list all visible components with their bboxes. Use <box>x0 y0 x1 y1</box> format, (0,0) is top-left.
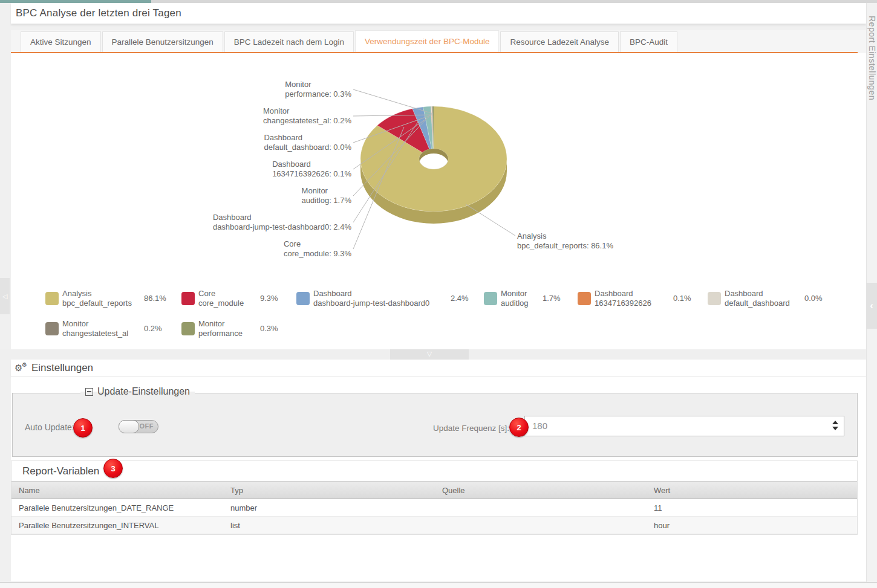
tab-5[interactable]: Resource Ladezeit Analyse <box>500 31 619 52</box>
pie-label: Dashboarddefault_dashboard: 0.0% <box>264 133 351 152</box>
legend-item[interactable]: Monitorauditlog1.7% <box>484 289 579 309</box>
toggle-state-label: OFF <box>140 422 154 430</box>
chart-panel: Analysisbpc_default_reports: 86.1%Coreco… <box>11 53 866 349</box>
legend-percentage: 86.1% <box>144 294 166 303</box>
legend-label: Dashboard1634716392626 <box>595 289 651 308</box>
column-header[interactable]: Quelle <box>435 482 647 499</box>
legend-percentage: 0.2% <box>144 324 162 333</box>
legend-item[interactable]: Analysisbpc_default_reports86.1% <box>45 289 180 309</box>
pie-label: Analysisbpc_default_reports: 86.1% <box>517 231 613 251</box>
hint-badge-3: 3 <box>103 459 123 478</box>
legend-swatch <box>45 292 59 305</box>
splitter-handle[interactable]: ▽ <box>390 349 469 360</box>
update-settings-title: Update-Einstellungen <box>97 386 190 397</box>
settings-title: Einstellungen <box>31 362 93 374</box>
panel-collapse-left-icon: ◁ <box>2 292 7 300</box>
tab-strip: Aktive SitzungenParallele Benutzersitzun… <box>21 31 679 52</box>
legend-percentage: 9.3% <box>260 294 278 303</box>
tabs-bar: Aktive SitzungenParallele Benutzersitzun… <box>11 30 866 53</box>
column-header[interactable]: Name <box>11 482 223 499</box>
legend-percentage: 2.4% <box>451 294 469 303</box>
update-settings-fieldset: Update-Einstellungen Auto Update: 1 OFF … <box>12 393 858 457</box>
pie-label: Monitorperformance: 0.3% <box>285 80 351 99</box>
table-cell: 11 <box>647 499 857 517</box>
table-cell: hour <box>647 517 857 534</box>
legend-item[interactable]: Monitorperformance0.3% <box>181 319 296 340</box>
column-header[interactable]: Wert <box>647 482 857 499</box>
legend-percentage: 1.7% <box>543 294 561 303</box>
legend-label: Monitorperformance <box>198 319 243 338</box>
right-panel-toggle[interactable]: ‹ <box>866 283 877 329</box>
legend-swatch <box>296 292 310 305</box>
legend-swatch <box>181 292 195 305</box>
legend-label: Corecore_module <box>198 289 244 308</box>
legend-swatch <box>45 322 59 335</box>
update-settings-legend[interactable]: Update-Einstellungen <box>80 386 195 397</box>
table-cell: Parallele Benutzersitzungen_INTERVAL <box>11 517 223 534</box>
pie-label: Monitorauditlog: 1.7% <box>302 186 351 205</box>
tab-4[interactable]: Verwendungszeit der BPC-Module <box>355 30 499 52</box>
pie-label: Monitorchangestatetest_al: 0.2% <box>263 106 351 126</box>
legend-label: Analysisbpc_default_reports <box>62 289 132 308</box>
legend-label: Monitorchangestatetest_al <box>62 319 128 338</box>
page-title-bar: BPC Analyse der letzten drei Tagen <box>11 3 866 24</box>
table-cell <box>435 517 647 534</box>
update-frequency-label: Update Frequenz [s]: <box>433 424 509 433</box>
pie-connector-line <box>466 204 515 236</box>
spinner-buttons <box>832 421 838 430</box>
tab-2[interactable]: Parallele Benutzersitzungen <box>102 31 223 52</box>
legend-item[interactable]: Dashboarddashboard-jump-test-dashboard02… <box>296 289 487 309</box>
update-frequency-spinbox <box>524 416 844 436</box>
column-header[interactable]: Typ <box>223 482 435 499</box>
legend-swatch <box>181 322 195 335</box>
table-cell: number <box>223 499 435 517</box>
spinner-up-icon[interactable] <box>832 421 838 424</box>
horizontal-splitter[interactable]: ▽ <box>0 349 866 360</box>
legend-label: Dashboarddashboard-jump-test-dashboard0 <box>313 289 429 308</box>
legend-swatch <box>578 292 591 305</box>
legend-item[interactable]: Corecore_module9.3% <box>181 289 296 309</box>
pie-label: Corecore_module: 9.3% <box>284 239 351 259</box>
legend-swatch <box>484 292 497 305</box>
auto-update-toggle[interactable]: OFF <box>119 420 158 433</box>
gears-icon: ⚙ ⚙ <box>15 362 30 374</box>
table-cell <box>435 499 647 517</box>
table-row[interactable]: Parallele Benutzersitzungen_DATE_RANGEnu… <box>11 499 857 517</box>
page-title: BPC Analyse der letzten drei Tagen <box>16 7 181 19</box>
tab-6[interactable]: BPC-Audit <box>620 31 677 52</box>
splitter-collapse-icon: ▽ <box>427 350 432 357</box>
collapse-minus-icon[interactable] <box>85 388 93 396</box>
report-variables-title: Report-Variablen <box>11 465 99 477</box>
auto-update-label: Auto Update: <box>25 422 74 432</box>
legend-item[interactable]: Dashboard16347163926260.1% <box>578 289 709 309</box>
left-panel-toggle[interactable]: ◁ <box>0 278 10 314</box>
panel-collapse-right-icon: ‹ <box>870 300 873 312</box>
pie-label: Dashboard1634716392626: 0.1% <box>272 160 351 179</box>
report-variables-title-row: Report-Variablen 3 <box>11 461 857 481</box>
legend-percentage: 0.1% <box>673 294 691 303</box>
legend-swatch <box>708 292 721 305</box>
legend-percentage: 0.0% <box>804 294 823 303</box>
legend-label: Dashboarddefault_dashboard <box>725 289 790 308</box>
legend-percentage: 0.3% <box>260 324 278 333</box>
toggle-knob[interactable] <box>119 420 139 433</box>
pie-connector-line <box>353 89 433 114</box>
legend-item[interactable]: Dashboarddefault_dashboard0.0% <box>708 289 841 309</box>
update-frequency-input[interactable] <box>525 416 810 435</box>
tab-3[interactable]: BPC Ladezeit nach dem Login <box>224 31 354 52</box>
top-progress-fill <box>0 0 151 3</box>
pie-label: Dashboarddashboard-jump-test-dashboard0:… <box>213 213 351 232</box>
tab-1[interactable]: Aktive Sitzungen <box>21 31 101 52</box>
settings-header-bar: ⚙ ⚙ Einstellungen <box>11 360 866 376</box>
hint-badge-2: 2 <box>509 418 529 437</box>
legend-label: Monitorauditlog <box>501 289 529 308</box>
spinner-down-icon[interactable] <box>832 427 838 430</box>
right-side-strip: Report Einstellungen ‹ <box>866 0 877 588</box>
report-variables-section: Report-Variablen 3 NameTypQuelleWert Par… <box>11 460 858 535</box>
hint-badge-1: 1 <box>73 418 93 438</box>
table-row[interactable]: Parallele Benutzersitzungen_INTERVALlist… <box>11 517 857 534</box>
report-variables-table: NameTypQuelleWert Parallele Benutzersitz… <box>11 481 857 534</box>
settings-panel: Update-Einstellungen Auto Update: 1 OFF … <box>11 376 866 581</box>
table-header-row: NameTypQuelleWert <box>11 482 857 499</box>
legend-item[interactable]: Monitorchangestatetest_al0.2% <box>45 319 180 340</box>
